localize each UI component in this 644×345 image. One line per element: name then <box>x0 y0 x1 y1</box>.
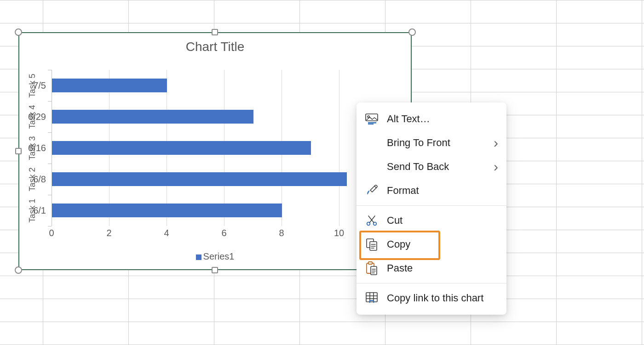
chevron-right-icon: › <box>494 135 498 151</box>
y-tick <box>48 226 52 226</box>
legend-label: Series1 <box>203 251 235 261</box>
y-tick <box>48 132 52 133</box>
menu-item-format[interactable]: Format <box>356 179 506 203</box>
menu-item-label: Cut <box>387 215 498 226</box>
menu-item-bring-front[interactable]: Bring To Front› <box>356 131 506 155</box>
clipboard-icon <box>365 261 379 275</box>
resize-handle-ne[interactable] <box>408 28 416 36</box>
svg-rect-10 <box>371 266 377 275</box>
row-label: 6/8 <box>14 172 52 186</box>
scissors-icon <box>365 214 379 227</box>
bar[interactable] <box>52 204 282 217</box>
resize-handle-n[interactable] <box>212 29 218 35</box>
blank-icon <box>365 136 379 150</box>
menu-item-cut[interactable]: Cut <box>356 209 506 232</box>
menu-item-copy[interactable]: Copy <box>356 232 506 256</box>
x-tick-label: 6 <box>221 228 226 238</box>
menu-item-paste[interactable]: Paste <box>356 256 506 280</box>
image-icon <box>365 112 379 126</box>
x-tick-label: 4 <box>164 228 169 238</box>
legend-swatch <box>196 255 201 260</box>
x-axis-ticks: 0246810 <box>52 226 397 240</box>
resize-handle-w[interactable] <box>15 148 22 154</box>
paint-icon <box>365 184 379 198</box>
menu-item-label: Alt Text… <box>387 113 498 125</box>
menu-item-alt-text[interactable]: Alt Text… <box>356 107 506 131</box>
y-tick <box>48 195 52 195</box>
menu-item-copy-link[interactable]: Copy link to this chart <box>356 286 506 310</box>
resize-handle-nw[interactable] <box>15 28 22 36</box>
row-label: 6/1 <box>14 204 52 217</box>
bar[interactable] <box>52 141 311 155</box>
menu-item-label: Format <box>387 185 498 197</box>
menu-item-send-back[interactable]: Send To Back› <box>356 155 506 179</box>
menu-separator <box>356 205 506 206</box>
blank-icon <box>365 160 379 174</box>
chart-legend: Series1 <box>19 251 411 262</box>
menu-item-label: Bring To Front <box>387 137 494 149</box>
bar[interactable] <box>52 110 253 124</box>
menu-item-label: Paste <box>387 262 498 274</box>
x-tick-label: 8 <box>279 228 284 238</box>
svg-rect-3 <box>368 124 374 124</box>
chart-title: Chart Title <box>19 40 411 54</box>
x-tick-label: 0 <box>49 228 54 238</box>
chevron-right-icon: › <box>494 159 498 175</box>
svg-rect-2 <box>368 122 376 124</box>
row-label: 7/5 <box>14 79 52 92</box>
context-menu: Alt Text…Bring To Front›Send To Back›For… <box>356 102 506 315</box>
x-tick-label: 2 <box>106 228 111 238</box>
row-label: 6/29 <box>14 110 52 124</box>
y-tick <box>48 101 52 102</box>
menu-item-label: Copy <box>387 238 498 250</box>
y-tick <box>48 164 52 164</box>
menu-item-label: Send To Back <box>387 161 494 173</box>
copy-icon <box>365 238 379 251</box>
x-tick-label: 10 <box>334 228 344 238</box>
gridline <box>339 70 339 226</box>
menu-separator <box>356 283 506 283</box>
menu-item-label: Copy link to this chart <box>387 292 498 304</box>
resize-handle-sw[interactable] <box>15 266 22 274</box>
chart-object[interactable]: Chart Title Task 5Task 4Task 3Task 2Task… <box>18 32 412 270</box>
bar[interactable] <box>52 79 167 92</box>
plot-area[interactable]: 7/56/296/166/86/1 <box>52 70 397 226</box>
grid-link-icon <box>365 291 379 305</box>
svg-rect-9 <box>368 262 372 264</box>
bar[interactable] <box>52 172 347 186</box>
y-tick <box>48 70 52 70</box>
resize-handle-s[interactable] <box>212 267 218 273</box>
